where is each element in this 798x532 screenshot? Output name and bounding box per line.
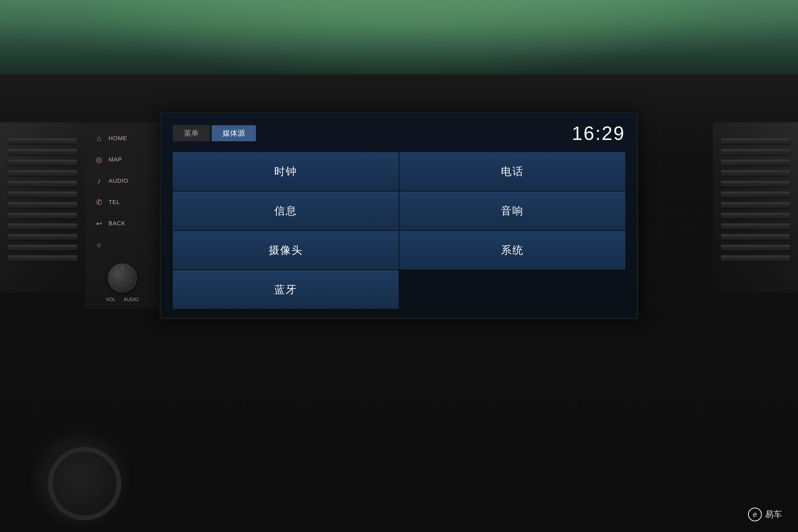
- watermark: e 易车: [748, 508, 782, 521]
- menu-grid: 时钟 电话 信息 音响 摄像头 系统 蓝牙: [173, 152, 625, 308]
- volume-control-area: VOL AUDIO: [106, 263, 138, 302]
- vent-slat: [8, 234, 77, 240]
- home-label: HOME: [109, 135, 127, 142]
- vent-slat: [721, 255, 790, 261]
- home-button[interactable]: ⌂ HOME: [91, 130, 154, 146]
- back-label: BACK: [109, 220, 126, 227]
- menu-item-phone-label: 电话: [501, 164, 524, 179]
- vent-slat: [8, 255, 77, 261]
- control-panel: ⌂ HOME ◎ MAP ♪ AUDIO ✆ TEL ↩ BACK ☼ VOL …: [85, 122, 159, 308]
- menu-item-audio[interactable]: 音响: [400, 191, 625, 230]
- menu-item-info-label: 信息: [274, 204, 297, 218]
- vent-slat: [8, 224, 77, 229]
- right-vent: [713, 122, 798, 292]
- menu-item-camera-label: 摄像头: [269, 243, 303, 258]
- menu-item-info[interactable]: 信息: [173, 191, 398, 230]
- vent-slat: [721, 213, 790, 218]
- vent-slat: [8, 245, 77, 251]
- menu-item-system[interactable]: 系统: [400, 231, 625, 269]
- vent-slat: [8, 213, 77, 218]
- watermark-text: 易车: [765, 509, 782, 520]
- vent-slat: [8, 170, 77, 176]
- map-button[interactable]: ◎ MAP: [91, 152, 154, 168]
- tel-button[interactable]: ✆ TEL: [91, 194, 154, 210]
- audio-knob-label: AUDIO: [124, 297, 139, 302]
- main-screen: 菜单 媒体源 16:29 时钟 电话 信息 音响: [159, 112, 639, 319]
- brightness-icon: ☼: [93, 239, 105, 251]
- menu-item-clock[interactable]: 时钟: [173, 152, 398, 190]
- menu-item-audio-label: 音响: [501, 204, 524, 218]
- menu-item-camera[interactable]: 摄像头: [173, 231, 398, 269]
- vent-slat: [721, 224, 790, 229]
- left-vent: [0, 122, 85, 292]
- screen-content: 菜单 媒体源 16:29 时钟 电话 信息 音响: [159, 112, 639, 319]
- vent-slat: [721, 202, 790, 208]
- map-icon: ◎: [93, 154, 105, 166]
- vent-slat: [721, 170, 790, 176]
- home-icon: ⌂: [93, 132, 105, 144]
- steering-wheel-hint: [26, 425, 133, 532]
- map-label: MAP: [109, 156, 122, 163]
- vent-slat: [721, 191, 790, 197]
- brightness-button[interactable]: ☼: [91, 237, 154, 253]
- audio-icon: ♪: [93, 175, 105, 187]
- watermark-logo-icon: e: [748, 508, 762, 521]
- menu-item-clock-label: 时钟: [274, 164, 297, 179]
- vent-slat: [8, 181, 77, 187]
- vent-slat: [721, 181, 790, 187]
- vol-labels: VOL AUDIO: [106, 297, 138, 302]
- vent-slat: [8, 191, 77, 197]
- vent-slat: [721, 149, 790, 155]
- back-icon: ↩: [93, 217, 105, 229]
- tab-menu[interactable]: 菜单: [173, 125, 210, 141]
- car-scene: ⌂ HOME ◎ MAP ♪ AUDIO ✆ TEL ↩ BACK ☼ VOL …: [0, 0, 798, 532]
- vent-slat: [721, 138, 790, 144]
- header-tabs: 菜单 媒体源: [173, 125, 256, 141]
- left-vent-slats: [8, 138, 77, 277]
- back-button[interactable]: ↩ BACK: [91, 215, 154, 231]
- vent-slat: [721, 245, 790, 251]
- menu-item-system-label: 系统: [501, 243, 524, 258]
- vent-slat: [8, 159, 77, 166]
- vent-slat: [8, 138, 77, 144]
- vent-slat: [8, 149, 77, 155]
- audio-button[interactable]: ♪ AUDIO: [91, 173, 154, 189]
- volume-knob[interactable]: [108, 263, 137, 292]
- vent-slat: [721, 234, 790, 240]
- right-vent-slats: [721, 138, 790, 277]
- menu-item-bluetooth[interactable]: 蓝牙: [173, 270, 398, 308]
- vent-slat: [721, 159, 790, 166]
- menu-item-empty: [400, 270, 625, 308]
- audio-label: AUDIO: [109, 177, 129, 184]
- screen-time: 16:29: [572, 122, 625, 144]
- vol-label: VOL: [106, 297, 115, 302]
- screen-header: 菜单 媒体源 16:29: [173, 122, 625, 144]
- tel-icon: ✆: [93, 196, 105, 208]
- vent-slat: [8, 202, 77, 208]
- menu-item-bluetooth-label: 蓝牙: [274, 282, 297, 297]
- tel-label: TEL: [109, 199, 120, 206]
- watermark-icon-text: e: [753, 510, 757, 519]
- tab-media[interactable]: 媒体源: [212, 125, 256, 141]
- menu-item-phone[interactable]: 电话: [400, 152, 625, 190]
